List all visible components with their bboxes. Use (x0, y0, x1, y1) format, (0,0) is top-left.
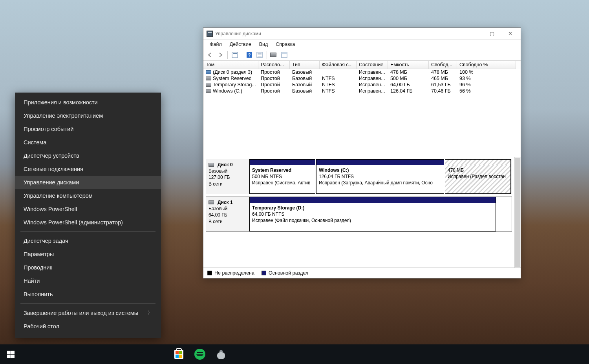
menu-item-label: Выполнить (24, 291, 53, 297)
menu-item-label: Управление дисками (24, 179, 79, 186)
menu-item[interactable]: Просмотр событий (15, 122, 161, 136)
col-status[interactable]: Состояние (357, 61, 388, 69)
partition-size: 64,00 ГБ NTFS (252, 211, 284, 217)
col-volume[interactable]: Том (203, 61, 258, 69)
col-type[interactable]: Тип (290, 61, 320, 69)
menu-item[interactable]: Система (15, 136, 161, 149)
menu-item[interactable]: Параметры (15, 248, 161, 261)
disk-size: 127,00 ГБ (209, 174, 247, 180)
menu-item[interactable]: Диспетчер устройств (15, 149, 161, 162)
toolbar: ? (203, 49, 521, 61)
volume-capacity: 64,00 ГБ (388, 82, 429, 88)
partition-status: Исправен (Загрузка, Аварийный дамп памят… (319, 180, 433, 186)
disk-info[interactable]: Диск 1 Базовый 64,00 ГБ В сети (206, 197, 249, 231)
close-button[interactable]: ✕ (501, 28, 519, 39)
menu-item[interactable]: Диспетчер задач (15, 234, 161, 248)
volume-freepct: 100 % (457, 69, 516, 75)
partition[interactable]: Windows (C:) 126,04 ГБ NTFS Исправен (За… (316, 159, 444, 194)
volume-fs: NTFS (320, 88, 357, 94)
legend-primary: Основной раздел (269, 270, 308, 276)
menu-item[interactable]: Проводник (15, 261, 161, 274)
volume-type: Базовый (290, 88, 320, 94)
disk-label: Диск 0 (218, 162, 233, 168)
volume-free: 70,46 ГБ (429, 88, 457, 94)
menu-item[interactable]: Рабочий стол (15, 320, 161, 333)
menu-action[interactable]: Действие (226, 41, 255, 48)
menu-item-label: Windows PowerShell (администратор) (24, 219, 123, 226)
menu-item[interactable]: Выполнить (15, 288, 161, 301)
col-freepct[interactable]: Свободно % (457, 61, 516, 69)
menu-file[interactable]: Файл (206, 41, 226, 48)
volume-row[interactable]: Temporary Storag...ПростойБазовыйNTFSИсп… (203, 82, 521, 88)
start-button[interactable] (1, 344, 20, 364)
volume-status: Исправен... (357, 75, 388, 82)
menu-item[interactable]: Windows PowerShell (администратор) (15, 216, 161, 229)
help-button[interactable]: ? (245, 51, 254, 59)
menu-item-label: Диспетчер устройств (24, 153, 79, 159)
disk-row: Диск 0 Базовый 127,00 ГБ В сети System R… (206, 159, 512, 194)
menu-item[interactable]: Найти (15, 274, 161, 288)
volume-row[interactable]: Windows (C:)ПростойБазовыйNTFSИсправен..… (203, 88, 521, 94)
col-layout[interactable]: Располо... (258, 61, 290, 69)
disk-info[interactable]: Диск 0 Базовый 127,00 ГБ В сети (206, 159, 249, 194)
volume-row[interactable]: (Диск 0 раздел 3)ПростойБазовыйИсправен.… (203, 69, 521, 75)
menu-item[interactable]: Завершение работы или выход из системы〉 (15, 306, 161, 320)
volume-type: Базовый (290, 82, 320, 88)
menu-item[interactable]: Windows PowerShell (15, 202, 161, 216)
menu-item-label: Windows PowerShell (24, 206, 77, 212)
volume-fs: NTFS (320, 75, 357, 82)
col-capacity[interactable]: Емкость (388, 61, 429, 69)
menu-help[interactable]: Справка (272, 41, 299, 48)
volume-free: 465 МБ (429, 75, 457, 82)
volume-name: System Reserved (213, 76, 252, 81)
partition-size: 478 МБ (448, 167, 464, 173)
col-fs[interactable]: Файловая с... (320, 61, 357, 69)
volume-fs: NTFS (320, 82, 357, 88)
taskbar (0, 344, 589, 364)
disk-icon (209, 200, 214, 204)
taskbar-app-spotify[interactable] (190, 344, 210, 364)
volume-list: Том Располо... Тип Файловая с... Состоян… (203, 61, 521, 157)
maximize-button[interactable]: ▢ (483, 28, 501, 39)
col-free[interactable]: Свобод... (429, 61, 457, 69)
taskbar-app-store[interactable] (169, 344, 188, 364)
menu-view[interactable]: Вид (255, 41, 272, 48)
properties-button[interactable] (255, 51, 264, 59)
list-view-button[interactable] (280, 51, 289, 59)
volume-row[interactable]: System ReservedПростойБазовыйNTFSИсправе… (203, 75, 521, 82)
drive-icon (206, 70, 211, 74)
refresh-button[interactable] (230, 51, 239, 59)
partition-header-bar (250, 160, 315, 165)
partition[interactable]: 478 МБ Исправен (Раздел восстан (445, 159, 511, 194)
disk-size: 64,00 ГБ (209, 212, 247, 218)
scrollbar[interactable] (514, 157, 521, 268)
titlebar[interactable]: Управление дисками — ▢ ✕ (203, 28, 521, 40)
menu-item[interactable]: Управление электропитанием (15, 109, 161, 122)
partition-size: 500 МБ NTFS (252, 174, 282, 179)
drive-icon (206, 89, 211, 93)
volume-type: Базовый (290, 75, 320, 82)
taskbar-app-generic[interactable] (211, 344, 231, 364)
volume-capacity: 478 МБ (388, 69, 429, 75)
partition[interactable]: Temporary Storage (D:) 64,00 ГБ NTFS Исп… (249, 197, 496, 231)
back-button[interactable] (206, 51, 214, 59)
column-headers[interactable]: Том Располо... Тип Файловая с... Состоян… (203, 61, 521, 69)
partition-header-bar (316, 160, 444, 165)
svg-rect-9 (282, 52, 287, 54)
menu-item[interactable]: Сетевые подключения (15, 162, 161, 176)
partition[interactable]: System Reserved 500 МБ NTFS Исправен (Си… (249, 159, 315, 194)
forward-button[interactable] (216, 51, 225, 59)
minimize-button[interactable]: — (465, 28, 483, 39)
menu-item-label: Приложения и возможности (24, 99, 98, 106)
disk-icon[interactable] (270, 51, 278, 59)
menu-item[interactable]: Приложения и возможности (15, 96, 161, 109)
disk-type: Базовый (209, 206, 247, 212)
partition-title: Windows (C:) (319, 167, 349, 173)
volume-status: Исправен... (357, 88, 388, 94)
svg-rect-1 (233, 53, 237, 54)
menu-item[interactable]: Управление компьютером (15, 189, 161, 202)
volume-status: Исправен... (357, 82, 388, 88)
svg-text:?: ? (248, 53, 251, 57)
menu-item[interactable]: Управление дисками (15, 176, 161, 189)
volume-layout: Простой (258, 75, 290, 82)
